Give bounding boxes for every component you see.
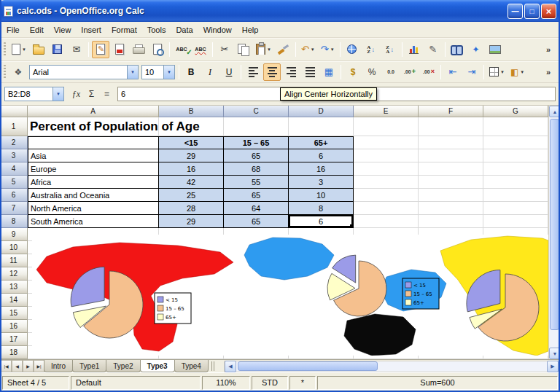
row-header-5[interactable]: 5 [0, 176, 28, 189]
cell-G8[interactable] [483, 215, 548, 228]
font-name-dropdown-icon[interactable]: ▼ [127, 66, 138, 79]
font-name-combo[interactable]: Arial▼ [29, 65, 139, 79]
vertical-scroll-track[interactable] [549, 117, 560, 348]
save-document-button[interactable] [49, 41, 66, 58]
menu-help[interactable]: Help [237, 23, 264, 36]
font-size-dropdown-icon[interactable]: ▼ [163, 66, 174, 79]
menu-insert[interactable]: Insert [76, 23, 106, 36]
cell-C4[interactable]: 68 [224, 162, 289, 176]
delete-decimal-place-button[interactable]: .00× [420, 63, 438, 81]
col-header-G[interactable]: G [483, 106, 548, 117]
cell-E8[interactable] [354, 215, 419, 228]
cell-B2[interactable]: <15 [159, 136, 224, 149]
underline-button[interactable]: U [220, 63, 238, 81]
next-sheet-button[interactable]: ▶ [23, 360, 34, 372]
sheet-tab-type3[interactable]: Type3 [140, 360, 175, 372]
cell-B5[interactable]: 42 [159, 176, 224, 189]
row-header-18[interactable]: 18 [0, 346, 28, 359]
row-header-8[interactable]: 8 [0, 215, 28, 228]
cell-E3[interactable] [354, 149, 419, 162]
cell-D4[interactable]: 16 [289, 162, 354, 176]
cell-B3[interactable]: 29 [159, 149, 224, 162]
cell-D5[interactable]: 3 [289, 176, 354, 189]
cell-D7[interactable]: 8 [289, 202, 354, 215]
maximize-button[interactable]: □ [524, 4, 540, 19]
scroll-up-icon[interactable]: ▲ [549, 106, 560, 117]
paste-button[interactable]: ▼ [254, 41, 273, 58]
menu-view[interactable]: View [49, 23, 77, 36]
horizontal-scroll-track[interactable] [236, 361, 547, 372]
status-insert-mode[interactable]: STD [252, 376, 288, 390]
menu-data[interactable]: Data [171, 23, 198, 36]
scroll-left-icon[interactable]: ◀ [225, 361, 236, 372]
cell-F4[interactable] [419, 162, 483, 176]
cell-G1[interactable] [483, 117, 548, 136]
sheet-tab-type2[interactable]: Type2 [106, 360, 140, 372]
cell-B7[interactable]: 28 [159, 202, 224, 215]
font-size-combo[interactable]: 10▼ [141, 65, 175, 79]
toolbar-overflow-button[interactable]: » [540, 41, 557, 58]
merge-cells-button[interactable]: ▦ [320, 63, 338, 81]
cell-A7[interactable]: North America [28, 202, 159, 215]
row-header-11[interactable]: 11 [0, 254, 28, 267]
edit-file-button[interactable] [92, 41, 109, 58]
vertical-scroll-thumb[interactable] [550, 119, 559, 330]
export-as-pdf-button[interactable] [111, 41, 128, 58]
function-icon[interactable]: = [99, 87, 114, 101]
cell-F2[interactable] [419, 136, 483, 149]
number-format-standard-button[interactable]: 0.0 [382, 63, 400, 81]
cell-C8[interactable]: 65 [224, 215, 289, 228]
format-paintbrush-button[interactable] [275, 41, 292, 58]
cell-A2[interactable] [28, 136, 159, 149]
name-box-dropdown-icon[interactable]: ▼ [52, 87, 63, 101]
row-header-3[interactable]: 3 [0, 149, 28, 162]
scroll-down-icon[interactable]: ▼ [549, 348, 560, 359]
spellcheck-button[interactable]: ABC✓ [173, 41, 190, 58]
toolbar-grip[interactable] [4, 42, 6, 57]
first-sheet-button[interactable]: |◀ [1, 360, 12, 372]
styles-and-formatting-button[interactable]: ❖ [9, 63, 27, 81]
sort-descending-button[interactable]: ZA↓ [381, 41, 399, 58]
number-format-percent-button[interactable]: % [363, 63, 381, 81]
function-wizard-icon[interactable]: ƒx [69, 87, 84, 101]
cell-B6[interactable]: 25 [159, 189, 224, 202]
close-button[interactable]: × [541, 4, 556, 19]
cell-E6[interactable] [354, 189, 419, 202]
cell-F3[interactable] [419, 149, 483, 162]
cell-E7[interactable] [354, 202, 419, 215]
status-page-style[interactable]: Default [71, 376, 201, 390]
cell-A5[interactable]: Africa [28, 176, 159, 189]
document-as-email-button[interactable]: ✉ [68, 41, 85, 58]
cell-D6[interactable]: 10 [289, 189, 354, 202]
sheet-tab-intro[interactable]: Intro [44, 360, 73, 372]
row-header-15[interactable]: 15 [0, 307, 28, 320]
menu-file[interactable]: File [1, 23, 25, 36]
copy-button[interactable] [235, 41, 252, 58]
cell-D8[interactable]: 6 [289, 215, 354, 228]
cell-A6[interactable]: Australia and Oceania [28, 189, 159, 202]
row-header-10[interactable]: 10 [0, 241, 28, 254]
col-header-A[interactable]: A [28, 106, 159, 117]
autospellcheck-button[interactable]: ABC [192, 41, 209, 58]
new-document-button[interactable]: ▼ [9, 41, 28, 58]
cell-G2[interactable] [483, 136, 548, 149]
paste-dropdown-icon[interactable]: ▼ [267, 47, 271, 52]
horizontal-scroll-thumb[interactable] [238, 361, 378, 371]
menu-edit[interactable]: Edit [25, 23, 49, 36]
row-header-9[interactable]: 9 [0, 228, 28, 241]
cell-F5[interactable] [419, 176, 483, 189]
vertical-scrollbar[interactable]: ▲ ▼ [548, 106, 560, 359]
grid-corner[interactable] [0, 106, 28, 117]
print-file-button[interactable] [130, 41, 147, 58]
cell-C7[interactable]: 64 [224, 202, 289, 215]
cell-G6[interactable] [483, 189, 548, 202]
new-document-dropdown-icon[interactable]: ▼ [22, 47, 26, 52]
align-center-horizontally-button[interactable] [263, 63, 281, 81]
minimize-button[interactable]: — [508, 4, 523, 19]
sheet-tab-type1[interactable]: Type1 [72, 360, 106, 372]
page-preview-button[interactable] [149, 41, 166, 58]
col-header-E[interactable]: E [354, 106, 419, 117]
toolbar-grip[interactable] [4, 65, 6, 79]
cell-G4[interactable] [483, 162, 548, 176]
cell-D2[interactable]: 65+ [289, 136, 354, 149]
